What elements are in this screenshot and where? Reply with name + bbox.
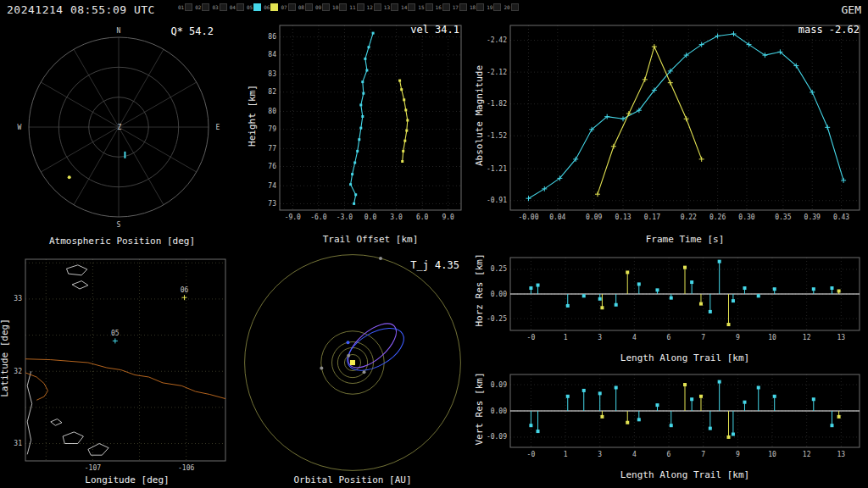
- frame-square[interactable]: [220, 3, 227, 11]
- frame-number: 19: [487, 5, 492, 10]
- frame-thumb-03[interactable]: 03: [212, 3, 226, 11]
- frame-thumb-06[interactable]: 06: [264, 3, 278, 11]
- svg-text:76: 76: [268, 163, 276, 170]
- frame-square[interactable]: [442, 3, 450, 11]
- frame-number: 14: [401, 5, 407, 10]
- frame-thumb-20[interactable]: 20: [504, 3, 518, 11]
- svg-text:84: 84: [268, 51, 276, 58]
- frame-thumb-15[interactable]: 15: [418, 3, 432, 11]
- frame-thumb-12[interactable]: 12: [367, 3, 381, 11]
- svg-text:6: 6: [667, 334, 671, 341]
- svg-text:3: 3: [598, 451, 602, 458]
- frame-square[interactable]: [202, 3, 209, 11]
- frame-square[interactable]: [459, 3, 467, 11]
- frame-square[interactable]: [253, 3, 261, 11]
- ground-track: [25, 359, 225, 399]
- frame-thumb-08[interactable]: 08: [298, 3, 313, 11]
- svg-text:79: 79: [268, 125, 276, 133]
- frame-number: 01: [178, 5, 184, 10]
- svg-text:Z: Z: [118, 124, 122, 131]
- frame-thumb-16[interactable]: 16: [436, 3, 450, 11]
- height-axis-label: Height [km]: [247, 65, 258, 167]
- atmospheric-caption: Atmospheric Position [deg]: [0, 236, 244, 247]
- svg-text:6: 6: [667, 451, 671, 458]
- station-06: 06: [181, 286, 189, 300]
- frame-thumb-10[interactable]: 10: [332, 3, 347, 11]
- frame-number: 07: [281, 5, 287, 10]
- frame-thumb-04[interactable]: 04: [230, 3, 244, 11]
- frame-square[interactable]: [391, 3, 398, 11]
- svg-text:1: 1: [564, 451, 568, 458]
- frame-square[interactable]: [305, 3, 313, 11]
- svg-text:-2.42: -2.42: [487, 36, 507, 44]
- light-curve-plot: -0.000.040.090.130.170.220.260.300.350.3…: [471, 19, 868, 230]
- coastline: [88, 444, 108, 456]
- vert-res-axis-label: Vert Res [km]: [474, 358, 485, 460]
- frame-thumb-07[interactable]: 07: [281, 3, 295, 11]
- frame-thumb-18[interactable]: 18: [470, 3, 484, 11]
- svg-text:0.30: 0.30: [738, 214, 754, 221]
- panel-ground-map: -107-1063132330605 Latitude [deg] Longit…: [0, 252, 234, 488]
- frame-square[interactable]: [185, 3, 192, 11]
- frame-square[interactable]: [288, 3, 296, 11]
- frame-thumb-05[interactable]: 05: [247, 3, 261, 11]
- svg-text:80: 80: [268, 108, 276, 115]
- frame-square[interactable]: [357, 3, 364, 11]
- frame-square[interactable]: [408, 3, 415, 11]
- frame-number: 04: [230, 5, 236, 10]
- svg-text:E: E: [216, 124, 220, 131]
- svg-text:1: 1: [564, 334, 568, 341]
- frame-number: 16: [436, 5, 442, 10]
- frame-thumb-13[interactable]: 13: [384, 3, 398, 11]
- ground-map-plot: -107-1063132330605: [0, 252, 234, 474]
- trail-offset-axis-label: Trail Offset [km]: [244, 234, 471, 245]
- svg-text:-0.09: -0.09: [487, 433, 507, 441]
- frame-thumb-14[interactable]: 14: [401, 3, 415, 11]
- frame-square[interactable]: [270, 3, 278, 11]
- frame-square[interactable]: [322, 3, 330, 11]
- frame-number: 12: [367, 5, 373, 10]
- station-05: 05: [111, 330, 120, 343]
- frame-number: 05: [247, 5, 253, 10]
- svg-text:73: 73: [268, 200, 276, 208]
- panel-orbit: T_j 4.35 Orbital Position [AU]: [234, 252, 471, 488]
- latitude-axis-label: Latitude [deg]: [0, 308, 10, 409]
- coastline: [67, 265, 87, 275]
- planet-dot: [379, 257, 382, 260]
- frame-thumb-19[interactable]: 19: [487, 3, 501, 11]
- frame-square[interactable]: [476, 3, 484, 11]
- polar-marker-06: [68, 175, 71, 179]
- svg-text:10: 10: [768, 451, 776, 458]
- tisserand-value: T_j 4.35: [410, 259, 459, 271]
- svg-text:-2.12: -2.12: [487, 69, 507, 76]
- frame-thumb-02[interactable]: 02: [195, 3, 209, 11]
- svg-text:0.22: 0.22: [681, 214, 697, 221]
- svg-text:0.00: 0.00: [491, 291, 507, 298]
- svg-text:-0.00: -0.00: [518, 214, 538, 221]
- svg-text:06: 06: [181, 286, 189, 294]
- svg-text:-1.82: -1.82: [487, 100, 507, 108]
- panel-height-profile: -9.0-6.0-3.00.03.06.09.07374767779808283…: [244, 19, 471, 252]
- height-profile-plot: -9.0-6.0-3.00.03.06.09.07374767779808283…: [244, 19, 471, 230]
- frame-square[interactable]: [339, 3, 347, 11]
- q-star-value: Q* 54.2: [170, 25, 214, 37]
- frame-square[interactable]: [236, 3, 244, 11]
- svg-text:N: N: [117, 27, 121, 35]
- frame-square[interactable]: [374, 3, 381, 11]
- svg-text:0.09: 0.09: [586, 214, 602, 221]
- frame-thumb-17[interactable]: 17: [453, 3, 467, 11]
- svg-text:86: 86: [268, 33, 276, 41]
- frame-square[interactable]: [511, 3, 519, 11]
- svg-text:0.00: 0.00: [491, 408, 507, 415]
- horizontal-residuals-plot: -01346791012130.250.00-0.25: [471, 252, 868, 352]
- frame-thumb-09[interactable]: 09: [315, 3, 330, 11]
- frame-thumb-11[interactable]: 11: [349, 3, 364, 11]
- frame-number: 11: [349, 5, 355, 10]
- svg-text:82: 82: [268, 88, 276, 96]
- frame-square[interactable]: [493, 3, 501, 11]
- svg-text:-9.0: -9.0: [285, 214, 301, 221]
- svg-text:3.0: 3.0: [390, 214, 403, 221]
- frame-square[interactable]: [426, 3, 433, 11]
- frame-thumb-01[interactable]: 01: [178, 3, 192, 11]
- svg-text:-1.21: -1.21: [487, 165, 507, 173]
